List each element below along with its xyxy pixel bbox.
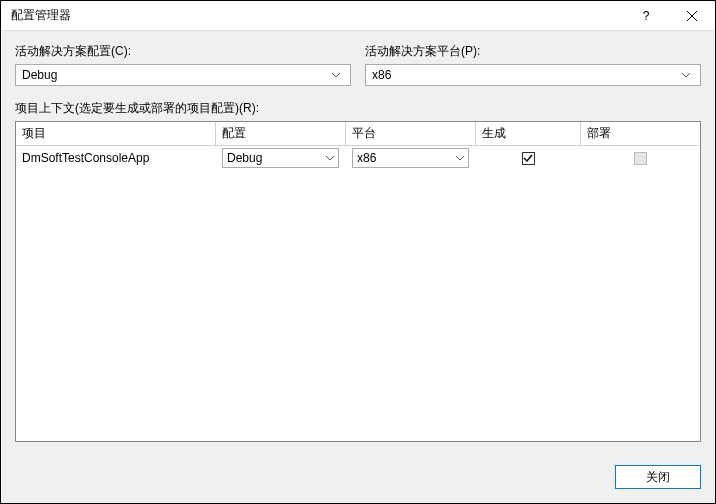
top-row: 活动解决方案配置(C): Debug 活动解决方案平台(P): x86 — [15, 43, 701, 86]
chevron-down-icon — [456, 156, 464, 161]
chevron-down-icon — [678, 73, 694, 78]
cell-project: DmSoftTestConsoleApp — [16, 151, 216, 165]
help-button[interactable]: ? — [623, 1, 669, 31]
close-button[interactable]: 关闭 — [615, 465, 701, 489]
active-platform-group: 活动解决方案平台(P): x86 — [365, 43, 701, 86]
cell-platform: x86 — [346, 148, 476, 168]
row-platform-value: x86 — [357, 151, 456, 165]
cell-config: Debug — [216, 148, 346, 168]
row-config-combo[interactable]: Debug — [222, 148, 339, 168]
titlebar: 配置管理器 ? — [1, 1, 715, 31]
header-platform[interactable]: 平台 — [346, 122, 476, 145]
footer: 关闭 — [1, 454, 715, 503]
table-row: DmSoftTestConsoleApp Debug x86 — [16, 146, 700, 170]
active-config-value: Debug — [22, 68, 328, 82]
deploy-checkbox — [634, 152, 647, 165]
project-grid: 项目 配置 平台 生成 部署 DmSoftTestConsoleApp Debu… — [15, 121, 701, 442]
grid-header: 项目 配置 平台 生成 部署 — [16, 122, 700, 146]
check-icon — [523, 154, 533, 163]
context-label: 项目上下文(选定要生成或部署的项目配置)(R): — [15, 100, 701, 117]
grid-body: DmSoftTestConsoleApp Debug x86 — [16, 146, 700, 441]
row-config-value: Debug — [227, 151, 326, 165]
row-platform-combo[interactable]: x86 — [352, 148, 469, 168]
content-area: 活动解决方案配置(C): Debug 活动解决方案平台(P): x86 — [1, 31, 715, 454]
chevron-down-icon — [326, 156, 334, 161]
cell-build — [476, 152, 581, 165]
header-deploy[interactable]: 部署 — [581, 122, 700, 145]
active-config-label: 活动解决方案配置(C): — [15, 43, 351, 60]
active-platform-label: 活动解决方案平台(P): — [365, 43, 701, 60]
build-checkbox[interactable] — [522, 152, 535, 165]
active-config-group: 活动解决方案配置(C): Debug — [15, 43, 351, 86]
active-platform-value: x86 — [372, 68, 678, 82]
close-button-label: 关闭 — [646, 469, 670, 486]
window-title: 配置管理器 — [11, 7, 623, 24]
config-manager-dialog: 配置管理器 ? 活动解决方案配置(C): Debug 活动解决方案平台(P): — [0, 0, 716, 504]
header-build[interactable]: 生成 — [476, 122, 581, 145]
window-close-button[interactable] — [669, 1, 715, 31]
help-icon: ? — [643, 9, 650, 23]
header-project[interactable]: 项目 — [16, 122, 216, 145]
active-platform-combo[interactable]: x86 — [365, 64, 701, 86]
header-config[interactable]: 配置 — [216, 122, 346, 145]
active-config-combo[interactable]: Debug — [15, 64, 351, 86]
cell-deploy — [581, 152, 700, 165]
close-icon — [687, 11, 697, 21]
chevron-down-icon — [328, 73, 344, 78]
